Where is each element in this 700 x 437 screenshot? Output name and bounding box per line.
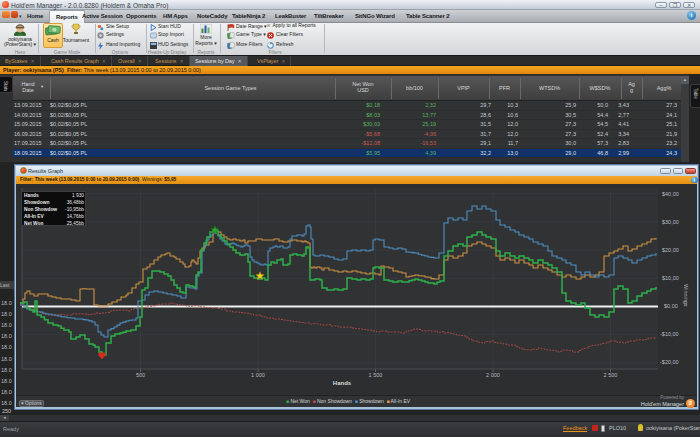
svg-text:500: 500	[136, 372, 145, 378]
svg-text:2 500: 2 500	[604, 372, 618, 378]
svg-text:Winnings: Winnings	[683, 284, 689, 307]
svg-text:1 500: 1 500	[369, 372, 383, 378]
svg-text:$20,00: $20,00	[662, 247, 679, 253]
svg-text:-$10,00: -$10,00	[660, 331, 679, 337]
svg-text:Hands: Hands	[333, 380, 352, 386]
svg-text:2 000: 2 000	[486, 372, 500, 378]
svg-text:$0,00: $0,00	[664, 303, 678, 309]
svg-text:$40,00: $40,00	[662, 191, 679, 197]
svg-text:1 000: 1 000	[251, 372, 265, 378]
svg-text:$30,00: $30,00	[662, 219, 679, 225]
svg-text:$10,00: $10,00	[662, 275, 679, 281]
svg-text:-$20,00: -$20,00	[660, 359, 679, 365]
